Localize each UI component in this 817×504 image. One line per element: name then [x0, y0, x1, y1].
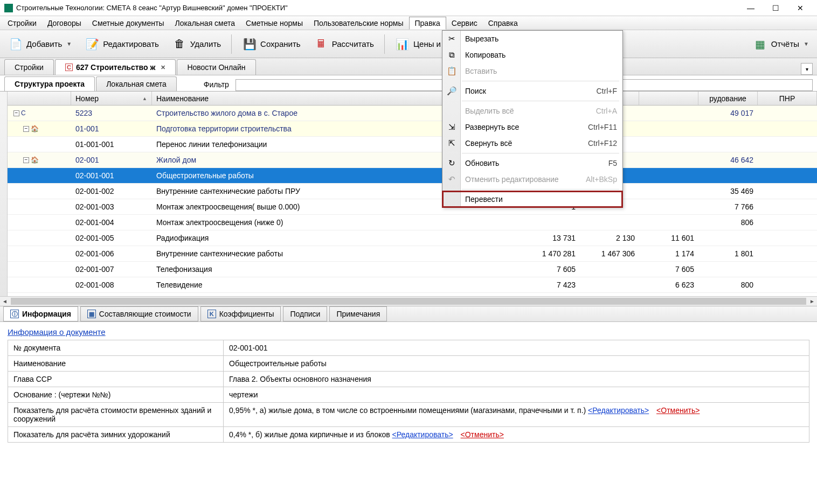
calc-icon: 🖩 — [314, 37, 329, 52]
menu-item[interactable]: 🔎ПоискCtrl+F — [442, 83, 622, 99]
table-row[interactable]: 02-001-005Радиофикация13 7312 13011 601 — [8, 230, 817, 246]
cell-c4 — [639, 128, 698, 130]
doc-tab-1[interactable]: С627 Строительство ж✕ — [55, 59, 176, 75]
minimize-button[interactable]: — — [738, 1, 763, 16]
table-row[interactable]: 02-001-006Внутренние сантехнические рабо… — [8, 246, 817, 262]
menu-item: ↶Отменить редактированиеAlt+BkSp — [442, 171, 622, 187]
view-tab-0[interactable]: Структура проекта — [4, 76, 95, 91]
menu-item[interactable]: ✂Вырезать — [442, 31, 622, 47]
cancel-link[interactable]: <Отменить> — [656, 406, 700, 415]
cell-pnr — [758, 190, 817, 192]
menu-separator — [462, 189, 619, 190]
menu-item-7[interactable]: Сервис — [446, 17, 483, 29]
cell-name: Телефонизация — [152, 264, 521, 275]
add-button[interactable]: 📄 Добавить ▼ — [3, 34, 77, 54]
menu-item[interactable]: ⇲Развернуть всеCtrl+F11 — [442, 119, 622, 135]
table-row[interactable]: 02-001-004Монтаж электроосвещения (ниже … — [8, 215, 817, 230]
menu-item-icon: ✂ — [446, 34, 458, 44]
info-key: Основание : (чертежи №№) — [8, 387, 224, 403]
excel-icon: ▦ — [753, 37, 768, 52]
cancel-link[interactable]: <Отменить> — [461, 430, 504, 439]
table-row[interactable]: −🏠02-001Жилой дом17 1446 642 — [8, 152, 817, 168]
expand-icon[interactable]: − — [23, 126, 29, 132]
menu-item-label: Поиск — [465, 87, 486, 95]
menu-item-8[interactable]: Справка — [483, 17, 523, 29]
bottom-tabs: ⓘИнформация▦Составляющие стоимостиKКоэфф… — [0, 306, 817, 322]
menu-item-label: Вставить — [465, 67, 497, 75]
menu-item[interactable]: ⇱Свернуть всёCtrl+F12 — [442, 135, 622, 151]
edit-button[interactable]: 📝 Редактировать — [80, 34, 164, 54]
info-title: Информация о документе — [8, 327, 809, 337]
cell-pnr — [758, 268, 817, 270]
table-row[interactable]: 02-001-007Телефонизация7 6057 605 — [8, 262, 817, 277]
bottom-tab-label: Подписи — [290, 310, 320, 318]
menu-item[interactable]: ↻ОбновитьF5 — [442, 155, 622, 171]
table-row[interactable]: 02-001-001Общестроительные работы15 22 — [8, 168, 817, 184]
cell-equip — [698, 237, 758, 239]
reports-button[interactable]: ▦ Отчёты ▼ — [748, 34, 814, 54]
cell-name: Монтаж электроосвещения (ниже 0) — [152, 217, 521, 228]
maximize-button[interactable]: ☐ — [763, 1, 788, 16]
cell-pnr — [758, 221, 817, 223]
cell-equip: 800 — [698, 279, 758, 290]
cell-name: Радиофикация — [152, 233, 521, 243]
table-row[interactable]: 02-001-002Внутренние сантехнические рабо… — [8, 184, 817, 199]
cell-pnr — [758, 206, 817, 208]
edit-link[interactable]: <Редактировать> — [588, 406, 649, 415]
window-title: Строительные Технологии: СМЕТА 8 сеанс "… — [16, 4, 738, 12]
delete-button[interactable]: 🗑 Удалить — [167, 34, 226, 54]
column-header-number[interactable]: Номер▲ — [71, 92, 152, 105]
row-type-icon: 🏠 — [31, 156, 39, 164]
close-icon[interactable]: ✕ — [161, 64, 165, 71]
table-row[interactable]: 02-001-008Телевидение7 4236 623800 — [8, 277, 817, 293]
delete-label: Удалить — [190, 39, 221, 48]
info-value: Глава 2. Объекты основного назначения — [224, 372, 809, 387]
scroll-left-icon[interactable]: ◄ — [0, 297, 10, 306]
grid: Номер▲ Наименование Всего рудование ПНР … — [8, 92, 817, 296]
column-header-equip[interactable]: рудование — [698, 92, 758, 105]
doc-tab-0[interactable]: Стройки — [4, 59, 54, 75]
scroll-thumb[interactable] — [11, 298, 806, 305]
menu-item-2[interactable]: Сметные документы — [87, 17, 170, 29]
bottom-tab-4[interactable]: Примечания — [329, 306, 387, 321]
expand-icon[interactable]: − — [13, 110, 19, 116]
info-row: Глава ССРГлава 2. Объекты основного назн… — [8, 372, 809, 387]
menu-item-5[interactable]: Пользовательские нормы — [308, 17, 408, 29]
menu-shortcut: F5 — [608, 159, 617, 167]
expand-icon[interactable]: − — [23, 157, 29, 163]
menu-item-0[interactable]: Стройки — [2, 17, 42, 29]
column-header-pnr[interactable]: ПНР — [758, 92, 817, 105]
menu-item-1[interactable]: Договоры — [42, 17, 87, 29]
save-button[interactable]: 💾 Сохранить — [237, 34, 306, 54]
info-row: Основание : (чертежи №№)чертежи — [8, 387, 809, 403]
bottom-tab-3[interactable]: Подписи — [283, 306, 327, 321]
bottom-tab-1[interactable]: ▦Составляющие стоимости — [80, 306, 198, 321]
cell-total: 7 423 — [521, 279, 580, 290]
edit-link[interactable]: <Редактировать> — [392, 430, 453, 439]
tabs-more-button[interactable]: ▾ — [801, 63, 813, 75]
bottom-tab-2[interactable]: KКоэффициенты — [200, 306, 281, 321]
cell-equip — [698, 268, 758, 270]
horizontal-scrollbar[interactable]: ◄ ► — [0, 296, 817, 306]
cell-number: 01-001 — [71, 123, 152, 134]
menu-item[interactable]: ⧉Копировать — [442, 47, 622, 63]
scroll-right-icon[interactable]: ► — [807, 297, 817, 306]
column-header-c4[interactable] — [639, 92, 698, 105]
menu-item-label: Обновить — [465, 159, 499, 167]
close-button[interactable]: ✕ — [788, 1, 813, 16]
table-row[interactable]: 01-001-001Перенос линии телефонизации — [8, 137, 817, 152]
doc-tab-2[interactable]: Новости Онлайн — [177, 59, 255, 75]
bottom-tab-0[interactable]: ⓘИнформация — [3, 306, 78, 321]
menu-item-4[interactable]: Сметные нормы — [240, 17, 308, 29]
calc-button[interactable]: 🖩 Рассчитать — [309, 34, 379, 54]
table-row[interactable]: −🏠01-001Подготовка территории строительс… — [8, 121, 817, 137]
menu-item-6[interactable]: Правка — [409, 17, 446, 30]
view-tabs: Структура проектаЛокальная сметаФильтр — [0, 75, 817, 92]
table-row[interactable]: 02-001-003Монтаж электроосвещения( выше … — [8, 199, 817, 215]
menu-item-3[interactable]: Локальная смета — [169, 17, 240, 29]
menu-item[interactable]: Перевести — [442, 191, 622, 207]
view-tab-1[interactable]: Локальная смета — [96, 76, 177, 91]
table-row[interactable]: −С5223Строительство жилого дома в с. Ста… — [8, 106, 817, 121]
add-icon: 📄 — [8, 37, 23, 52]
column-header-tree[interactable] — [8, 92, 71, 105]
